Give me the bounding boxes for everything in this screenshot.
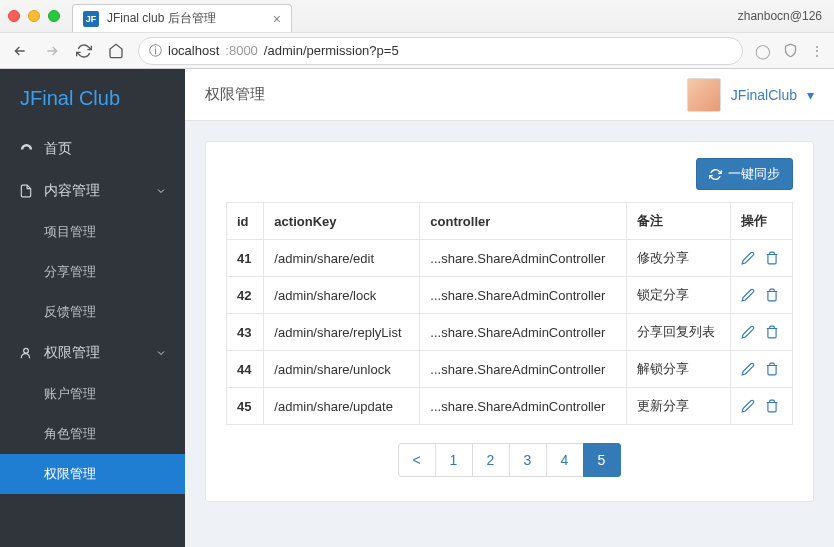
tab-title: JFinal club 后台管理 xyxy=(107,10,265,27)
extension-icon[interactable]: ◯ xyxy=(755,43,771,59)
sync-button[interactable]: 一键同步 xyxy=(696,158,793,190)
card: 一键同步 id actionKey controller 备注 操作 41/ad… xyxy=(205,141,814,502)
chevron-down-icon xyxy=(155,185,167,197)
cell-remark: 修改分享 xyxy=(626,240,730,277)
edit-icon[interactable] xyxy=(741,362,755,376)
table-row: 44/admin/share/unlock...share.ShareAdmin… xyxy=(227,351,793,388)
address-bar[interactable]: ⓘ localhost:8000/admin/permission?p=5 xyxy=(138,37,743,65)
topbar: 权限管理 JFinalClub ▾ xyxy=(185,69,834,121)
username-label: JFinalClub xyxy=(731,87,797,103)
cell-actionkey: /admin/share/lock xyxy=(264,277,420,314)
page-2[interactable]: 2 xyxy=(472,443,510,477)
page-4[interactable]: 4 xyxy=(546,443,584,477)
cell-actionkey: /admin/share/edit xyxy=(264,240,420,277)
cell-actionkey: /admin/share/replyList xyxy=(264,314,420,351)
cell-ops xyxy=(730,240,792,277)
delete-icon[interactable] xyxy=(765,362,779,376)
menu-icon[interactable]: ⋮ xyxy=(810,43,824,59)
sidebar-item-account[interactable]: 账户管理 xyxy=(0,374,185,414)
brand-logo[interactable]: JFinal Club xyxy=(0,69,185,128)
th-remark: 备注 xyxy=(626,203,730,240)
th-controller: controller xyxy=(420,203,626,240)
table-row: 42/admin/share/lock...share.ShareAdminCo… xyxy=(227,277,793,314)
page-3[interactable]: 3 xyxy=(509,443,547,477)
cell-actionkey: /admin/share/unlock xyxy=(264,351,420,388)
cell-controller: ...share.ShareAdminController xyxy=(420,314,626,351)
app: JFinal Club 首页 内容管理 项目管理 分享管理 反馈管理 权限管理 … xyxy=(0,69,834,547)
table-row: 45/admin/share/update...share.ShareAdmin… xyxy=(227,388,793,425)
reload-icon[interactable] xyxy=(74,41,94,61)
home-icon[interactable] xyxy=(106,41,126,61)
sidebar-item-share[interactable]: 分享管理 xyxy=(0,252,185,292)
site-info-icon[interactable]: ⓘ xyxy=(149,42,162,60)
cell-controller: ...share.ShareAdminController xyxy=(420,388,626,425)
sidebar: JFinal Club 首页 内容管理 项目管理 分享管理 反馈管理 权限管理 … xyxy=(0,69,185,547)
url-path: /admin/permission?p=5 xyxy=(264,43,399,58)
cell-controller: ...share.ShareAdminController xyxy=(420,277,626,314)
edit-icon[interactable] xyxy=(741,251,755,265)
sidebar-item-role[interactable]: 角色管理 xyxy=(0,414,185,454)
edit-icon[interactable] xyxy=(741,288,755,302)
sidebar-item-project[interactable]: 项目管理 xyxy=(0,212,185,252)
chrome-profile-label[interactable]: zhanbocn@126 xyxy=(738,9,822,23)
card-actions: 一键同步 xyxy=(226,158,793,190)
delete-icon[interactable] xyxy=(765,325,779,339)
cell-remark: 更新分享 xyxy=(626,388,730,425)
cell-controller: ...share.ShareAdminController xyxy=(420,240,626,277)
sidebar-item-home[interactable]: 首页 xyxy=(0,128,185,170)
tab-strip: JF JFinal club 后台管理 × zhanbocn@126 xyxy=(0,0,834,32)
sidebar-item-content[interactable]: 内容管理 xyxy=(0,170,185,212)
sidebar-menu: 首页 内容管理 项目管理 分享管理 反馈管理 权限管理 账户管理 角色管理 权限… xyxy=(0,128,185,494)
user-menu[interactable]: JFinalClub ▾ xyxy=(687,78,814,112)
page-1[interactable]: 1 xyxy=(435,443,473,477)
edit-icon[interactable] xyxy=(741,399,755,413)
content: 一键同步 id actionKey controller 备注 操作 41/ad… xyxy=(185,121,834,522)
dashboard-icon xyxy=(18,142,34,157)
chevron-down-icon xyxy=(155,347,167,359)
page-5[interactable]: 5 xyxy=(583,443,621,477)
sidebar-item-label: 首页 xyxy=(44,140,72,158)
th-ops: 操作 xyxy=(730,203,792,240)
cell-id: 45 xyxy=(227,388,264,425)
back-icon[interactable] xyxy=(10,41,30,61)
forward-icon[interactable] xyxy=(42,41,62,61)
svg-point-0 xyxy=(24,348,29,353)
delete-icon[interactable] xyxy=(765,399,779,413)
close-window-icon[interactable] xyxy=(8,10,20,22)
sidebar-item-label: 权限管理 xyxy=(44,344,100,362)
url-port: :8000 xyxy=(225,43,258,58)
pagination: <12345 xyxy=(226,443,793,477)
cell-remark: 解锁分享 xyxy=(626,351,730,388)
sidebar-item-permission-sub[interactable]: 权限管理 xyxy=(0,454,185,494)
edit-icon[interactable] xyxy=(741,325,755,339)
cell-remark: 锁定分享 xyxy=(626,277,730,314)
minimize-window-icon[interactable] xyxy=(28,10,40,22)
cell-id: 42 xyxy=(227,277,264,314)
delete-icon[interactable] xyxy=(765,251,779,265)
shield-icon[interactable] xyxy=(783,43,798,59)
th-id: id xyxy=(227,203,264,240)
delete-icon[interactable] xyxy=(765,288,779,302)
maximize-window-icon[interactable] xyxy=(48,10,60,22)
toolbar: ⓘ localhost:8000/admin/permission?p=5 ◯ … xyxy=(0,32,834,68)
sidebar-item-label: 内容管理 xyxy=(44,182,100,200)
sidebar-item-feedback[interactable]: 反馈管理 xyxy=(0,292,185,332)
cell-remark: 分享回复列表 xyxy=(626,314,730,351)
cell-id: 43 xyxy=(227,314,264,351)
cell-actionkey: /admin/share/update xyxy=(264,388,420,425)
browser-tab[interactable]: JF JFinal club 后台管理 × xyxy=(72,4,292,32)
toolbar-right: ◯ ⋮ xyxy=(755,43,824,59)
user-icon xyxy=(18,346,34,360)
permission-table: id actionKey controller 备注 操作 41/admin/s… xyxy=(226,202,793,425)
window-controls xyxy=(8,10,60,22)
close-tab-icon[interactable]: × xyxy=(273,11,281,27)
sidebar-item-permission[interactable]: 权限管理 xyxy=(0,332,185,374)
cell-id: 44 xyxy=(227,351,264,388)
cell-ops xyxy=(730,314,792,351)
cell-ops xyxy=(730,388,792,425)
cell-id: 41 xyxy=(227,240,264,277)
th-actionkey: actionKey xyxy=(264,203,420,240)
table-row: 41/admin/share/edit...share.ShareAdminCo… xyxy=(227,240,793,277)
refresh-icon xyxy=(709,168,722,181)
page-prev[interactable]: < xyxy=(398,443,436,477)
